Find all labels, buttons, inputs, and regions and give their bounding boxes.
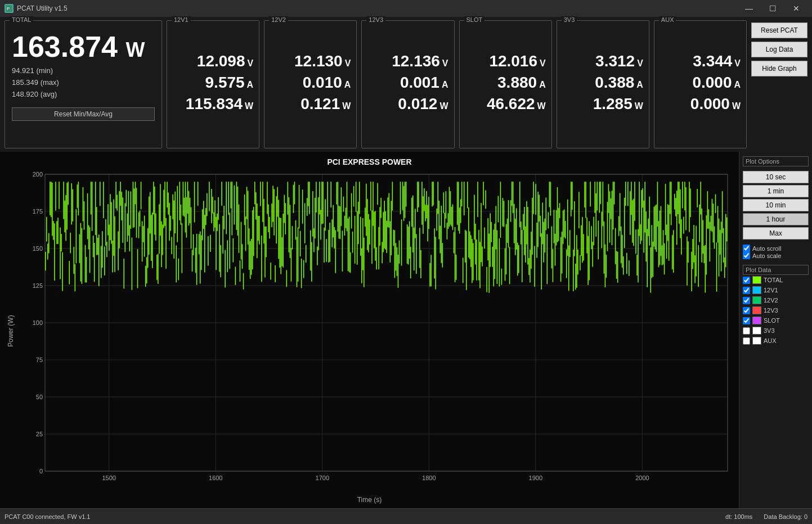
- plot-data-label: Plot Data: [743, 265, 809, 275]
- status-connection: PCAT C00 connected, FW v1.1: [5, 513, 90, 520]
- sensor-power-row-3: 46.622 W: [465, 95, 546, 113]
- sensor-label-1: 12V2: [269, 16, 288, 23]
- sensor-power-row-2: 0.012 W: [367, 95, 448, 113]
- right-panel: Plot Options 10 sec1 min10 min1 hourMax …: [739, 152, 812, 508]
- status-dt: dt: 100ms: [725, 513, 752, 520]
- sensor-label-3: SLOT: [464, 16, 485, 23]
- plot-data-checkbox-3[interactable]: [743, 307, 750, 314]
- total-label: TOTAL: [10, 16, 33, 23]
- plot-option-1-min[interactable]: 1 min: [743, 185, 809, 197]
- status-right: dt: 100ms Data Backlog: 0: [725, 513, 807, 520]
- graph-main: PCI EXPRESS POWER Power (W) Time (s): [0, 152, 739, 508]
- sensor-label-2: 12V3: [366, 16, 385, 23]
- y-axis-label: Power (W): [5, 169, 17, 494]
- sensor-box-3v3: 3V3 3.312 V 0.388 A 1.285 W: [557, 20, 649, 148]
- status-backlog: Data Backlog: 0: [764, 513, 807, 520]
- checkbox-row-1: Auto scale: [743, 252, 809, 259]
- plot-data-items: TOTAL 12V1 12V2 12V3 SLOT 3V3 AUX: [743, 276, 809, 345]
- sensor-current-row-1: 0.010 A: [270, 74, 351, 92]
- reset-pcat-button[interactable]: Reset PCAT: [751, 22, 807, 38]
- window-controls: — ☐ ✕: [738, 0, 807, 17]
- sensor-current-row-5: 0.000 A: [660, 74, 741, 92]
- plot-canvas: [17, 169, 733, 494]
- total-value: 163.874 W: [12, 31, 155, 63]
- graph-plot-area: [17, 169, 733, 494]
- sensor-label-0: 12V1: [172, 16, 191, 23]
- sensor-current-row-4: 0.388 A: [563, 74, 643, 92]
- plot-options-label: Plot Options: [743, 156, 809, 166]
- sensor-power-row-0: 115.834 W: [173, 95, 253, 113]
- sensor-voltage-row-4: 3.312 V: [563, 52, 643, 70]
- plot-option-max[interactable]: Max: [743, 227, 809, 240]
- graph-area: PCI EXPRESS POWER Power (W) Time (s) Plo…: [0, 152, 812, 508]
- sensor-voltage-row-1: 12.130 V: [270, 52, 351, 70]
- color-swatch-slot: [752, 317, 761, 324]
- plot-data-item-total: TOTAL: [743, 276, 809, 284]
- plot-data-item-aux: AUX: [743, 337, 809, 345]
- color-swatch-aux: [752, 337, 761, 345]
- sensor-power-row-4: 1.285 W: [563, 95, 643, 113]
- sensor-voltage-row-2: 12.136 V: [367, 52, 448, 70]
- reset-minmaxavg-button[interactable]: Reset Min/Max/Avg: [12, 107, 155, 121]
- sensor-box-12v1: 12V1 12.098 V 9.575 A 115.834 W: [167, 20, 259, 148]
- hide-graph-button[interactable]: Hide Graph: [751, 61, 807, 76]
- plot-data-checkbox-2[interactable]: [743, 297, 750, 304]
- color-swatch-3v3: [752, 327, 761, 335]
- sensor-box-12v3: 12V3 12.136 V 0.001 A 0.012 W: [361, 20, 454, 148]
- color-swatch-total: [752, 276, 761, 284]
- app-icon: P: [5, 4, 14, 13]
- plot-option-10-sec[interactable]: 10 sec: [743, 171, 809, 183]
- sensor-box-12v2: 12V2 12.130 V 0.010 A 0.121 W: [264, 20, 357, 148]
- sensor-power-row-1: 0.121 W: [270, 95, 351, 113]
- plot-data-checkbox-1[interactable]: [743, 287, 750, 294]
- checkbox-1[interactable]: [743, 252, 750, 259]
- plot-data-section: Plot Data TOTAL 12V1 12V2 12V3 SLOT 3V3 …: [743, 265, 809, 347]
- sensors-group: 12V1 12.098 V 9.575 A 115.834 W 12V2 12.…: [167, 20, 747, 148]
- sensor-box-slot: SLOT 12.016 V 3.880 A 46.622 W: [459, 20, 552, 148]
- sensor-current-row-0: 9.575 A: [173, 74, 253, 92]
- plot-data-item-12v3: 12V3: [743, 306, 809, 314]
- sensor-label-5: AUX: [659, 16, 676, 23]
- sensor-label-4: 3V3: [562, 16, 577, 23]
- plot-data-checkbox-0[interactable]: [743, 277, 750, 284]
- plot-checkboxes: Auto scroll Auto scale: [743, 245, 809, 259]
- total-stats: 94.921 (min) 185.349 (max) 148.920 (avg): [12, 65, 155, 100]
- top-panel: TOTAL 163.874 W 94.921 (min) 185.349 (ma…: [0, 17, 812, 152]
- plot-data-item-12v1: 12V1: [743, 286, 809, 294]
- sensor-current-row-3: 3.880 A: [465, 74, 546, 92]
- title-bar-left: P PCAT Utility v1.5: [5, 4, 68, 13]
- sensor-current-row-2: 0.001 A: [367, 74, 448, 92]
- title-bar: P PCAT Utility v1.5 — ☐ ✕: [0, 0, 812, 17]
- log-data-button[interactable]: Log Data: [751, 42, 807, 57]
- plot-data-checkbox-4[interactable]: [743, 317, 750, 324]
- svg-text:P: P: [7, 6, 10, 11]
- sensor-power-row-5: 0.000 W: [660, 95, 741, 113]
- plot-option-10-min[interactable]: 10 min: [743, 199, 809, 211]
- status-bar: PCAT C00 connected, FW v1.1 dt: 100ms Da…: [0, 508, 812, 524]
- plot-data-item-3v3: 3V3: [743, 327, 809, 335]
- close-button[interactable]: ✕: [785, 0, 807, 17]
- plot-data-item-slot: SLOT: [743, 317, 809, 324]
- plot-options-buttons: 10 sec1 min10 min1 hourMax: [743, 171, 809, 241]
- plot-data-checkbox-5[interactable]: [743, 327, 750, 335]
- sensor-voltage-row-5: 3.344 V: [660, 52, 741, 70]
- x-axis-label: Time (s): [0, 494, 739, 508]
- color-swatch-12v1: [752, 286, 761, 294]
- maximize-button[interactable]: ☐: [761, 0, 784, 17]
- graph-content: Power (W): [0, 169, 739, 494]
- right-buttons: Reset PCAT Log Data Hide Graph: [751, 20, 807, 148]
- sensor-voltage-row-0: 12.098 V: [173, 52, 253, 70]
- plot-data-item-12v2: 12V2: [743, 296, 809, 304]
- color-swatch-12v3: [752, 306, 761, 314]
- sensor-box-aux: AUX 3.344 V 0.000 A 0.000 W: [654, 20, 747, 148]
- app-title: PCAT Utility v1.5: [17, 4, 68, 12]
- sensor-voltage-row-3: 12.016 V: [465, 52, 546, 70]
- minimize-button[interactable]: —: [738, 0, 760, 17]
- total-box: TOTAL 163.874 W 94.921 (min) 185.349 (ma…: [5, 20, 162, 148]
- checkbox-0[interactable]: [743, 245, 750, 252]
- checkbox-row-0: Auto scroll: [743, 245, 809, 252]
- color-swatch-12v2: [752, 296, 761, 304]
- graph-title: PCI EXPRESS POWER: [0, 152, 739, 169]
- plot-data-checkbox-6[interactable]: [743, 337, 750, 345]
- plot-option-1-hour[interactable]: 1 hour: [743, 213, 809, 225]
